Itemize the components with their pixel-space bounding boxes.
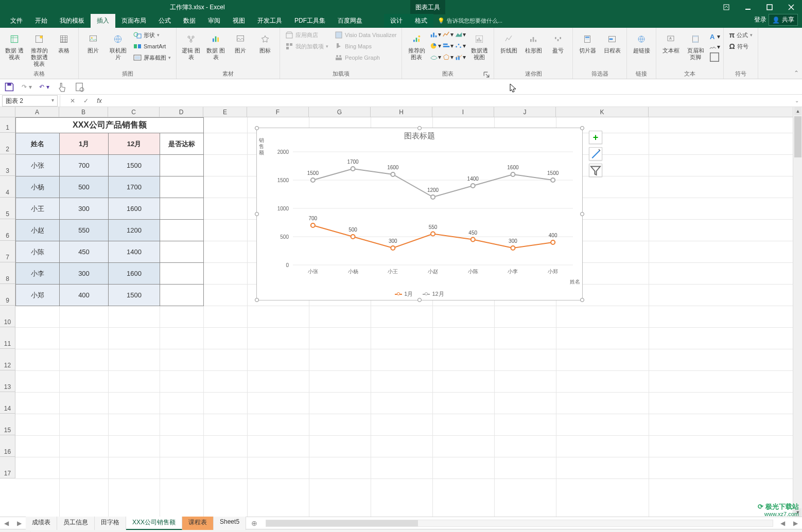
row-head-10[interactable]: 10 bbox=[0, 306, 15, 327]
hscroll-left-icon[interactable]: ◀ bbox=[776, 520, 789, 527]
material-icon-button[interactable]: 图标 bbox=[254, 30, 276, 55]
hyperlink-button[interactable]: 超链接 bbox=[630, 30, 653, 55]
sheet-tab[interactable]: 课程表 bbox=[182, 516, 214, 530]
row-head-2[interactable]: 2 bbox=[0, 133, 15, 154]
tab-chart-format[interactable]: 格式 bbox=[409, 14, 433, 28]
sparkline-line-button[interactable]: 折线图 bbox=[497, 30, 520, 55]
sheet-nav-prev-icon[interactable]: ◀ bbox=[0, 520, 13, 527]
material-picture-button[interactable]: 图片 bbox=[229, 30, 252, 55]
col-head-E[interactable]: E bbox=[203, 107, 247, 117]
tab-pagelayout[interactable]: 页面布局 bbox=[115, 14, 152, 28]
vertical-scrollbar[interactable]: ▲ ▼ bbox=[793, 107, 802, 517]
row-head-1[interactable]: 1 bbox=[0, 117, 15, 133]
chart-line-icon[interactable]: ▾ bbox=[442, 30, 454, 39]
charts-dialog-launcher-icon[interactable] bbox=[483, 72, 490, 78]
worksheet-grid[interactable]: ABCDEFGHIJK 1234567891011121314151617 XX… bbox=[0, 107, 802, 517]
tab-baidu[interactable]: 百度网盘 bbox=[332, 14, 369, 28]
tab-review[interactable]: 审阅 bbox=[202, 14, 226, 28]
chart-legend[interactable]: 1月 12月 bbox=[257, 290, 582, 298]
col-head-B[interactable]: B bbox=[59, 107, 108, 117]
redo-icon[interactable]: ↷ ▾ bbox=[22, 82, 32, 92]
object-icon[interactable] bbox=[709, 52, 720, 62]
screenshot-button[interactable]: 屏幕截图 ▾ bbox=[131, 52, 173, 63]
collapse-ribbon-icon[interactable]: ⌃ bbox=[794, 69, 799, 77]
signature-icon[interactable]: ▾ bbox=[709, 42, 720, 51]
data-chart-button[interactable]: 数据 图表 bbox=[204, 30, 227, 62]
fx-icon[interactable]: fx bbox=[93, 97, 106, 104]
row-head-17[interactable]: 17 bbox=[0, 457, 15, 478]
bing-button[interactable]: Bing Maps bbox=[333, 41, 398, 51]
store-button[interactable]: 应用商店 bbox=[283, 30, 330, 40]
tab-view[interactable]: 视图 bbox=[226, 14, 251, 28]
tab-pdf[interactable]: PDF工具集 bbox=[288, 14, 332, 28]
row-head-7[interactable]: 7 bbox=[0, 241, 15, 262]
share-button[interactable]: 👤共享 bbox=[769, 14, 798, 26]
people-graph-button[interactable]: People Graph bbox=[333, 52, 398, 63]
row-head-6[interactable]: 6 bbox=[0, 219, 15, 241]
chart-pie-icon[interactable]: ▾ bbox=[430, 41, 441, 50]
chart-surface-icon[interactable]: ▾ bbox=[430, 52, 441, 62]
row-head-4[interactable]: 4 bbox=[0, 176, 15, 198]
col-head-G[interactable]: G bbox=[309, 107, 371, 117]
print-preview-icon[interactable] bbox=[74, 82, 84, 92]
embedded-chart[interactable]: 图表标题 销售额 姓名 0500100015002000小张小杨小王小赵小陈小李… bbox=[256, 128, 583, 300]
tab-data[interactable]: 数据 bbox=[177, 14, 202, 28]
chart-radar-icon[interactable]: ▾ bbox=[442, 52, 454, 62]
row-head-15[interactable]: 15 bbox=[0, 414, 15, 435]
chart-elements-button[interactable]: + bbox=[589, 131, 602, 144]
visio-button[interactable]: Visio Data Visualizer bbox=[333, 30, 398, 40]
chart-scatter-icon[interactable]: ▾ bbox=[455, 41, 466, 50]
row-head-13[interactable]: 13 bbox=[0, 370, 15, 392]
chart-combo-icon[interactable]: ▾ bbox=[455, 52, 466, 62]
col-head-C[interactable]: C bbox=[108, 107, 160, 117]
formula-input[interactable] bbox=[106, 95, 792, 107]
col-head-K[interactable]: K bbox=[556, 107, 649, 117]
row-head-8[interactable]: 8 bbox=[0, 262, 15, 284]
sparkline-winloss-button[interactable]: 盈亏 bbox=[547, 30, 569, 55]
sheet-tab[interactable]: Sheet5 bbox=[214, 516, 246, 530]
tab-chart-design[interactable]: 设计 bbox=[384, 14, 409, 28]
timeline-button[interactable]: 日程表 bbox=[601, 30, 623, 55]
col-head-J[interactable]: J bbox=[494, 107, 556, 117]
chart-filter-button[interactable] bbox=[589, 164, 602, 177]
slicer-button[interactable]: 切片器 bbox=[576, 30, 599, 55]
tab-formulas[interactable]: 公式 bbox=[152, 14, 177, 28]
hscroll-right-icon[interactable]: ▶ bbox=[789, 520, 802, 527]
col-head-I[interactable]: I bbox=[432, 107, 494, 117]
tab-file[interactable]: 文件 bbox=[4, 14, 29, 28]
add-sheet-button[interactable]: ⊕ bbox=[246, 519, 263, 527]
chart-bar-icon[interactable]: ▾ bbox=[442, 41, 454, 50]
textbox-button[interactable]: A文本框 bbox=[659, 30, 682, 55]
online-pictures-button[interactable]: 联机图片 bbox=[107, 30, 129, 62]
login-link[interactable]: 登录 bbox=[754, 15, 766, 24]
col-head-F[interactable]: F bbox=[247, 107, 309, 117]
symbol-button[interactable]: Ω 符号 bbox=[727, 41, 755, 51]
row-head-14[interactable]: 14 bbox=[0, 392, 15, 414]
tab-home[interactable]: 开始 bbox=[29, 14, 54, 28]
pivot-chart-button[interactable]: 数据透视图 bbox=[468, 30, 491, 62]
maximize-icon[interactable] bbox=[759, 0, 780, 14]
tab-mytemplates[interactable]: 我的模板 bbox=[54, 14, 91, 28]
chart-styles-button[interactable] bbox=[589, 147, 602, 161]
col-head-D[interactable]: D bbox=[160, 107, 203, 117]
select-all-triangle[interactable] bbox=[0, 107, 15, 117]
recommended-charts-button[interactable]: 推荐的 图表 bbox=[405, 30, 428, 62]
smartart-button[interactable]: SmartArt bbox=[131, 41, 173, 51]
sheet-nav-next-icon[interactable]: ▶ bbox=[13, 520, 26, 527]
minimize-icon[interactable] bbox=[737, 0, 759, 14]
sparkline-column-button[interactable]: 柱形图 bbox=[522, 30, 545, 55]
cancel-formula-icon[interactable]: ✕ bbox=[66, 97, 79, 104]
myaddins-button[interactable]: 我的加载项 ▾ bbox=[283, 41, 330, 51]
logic-chart-button[interactable]: 逻辑 图表 bbox=[180, 30, 202, 62]
ribbon-options-icon[interactable] bbox=[716, 0, 737, 14]
row-head-16[interactable]: 16 bbox=[0, 435, 15, 457]
sheet-tab[interactable]: 成绩表 bbox=[26, 516, 57, 530]
equation-button[interactable]: π 公式 ▾ bbox=[727, 30, 755, 40]
table-button[interactable]: 表格 bbox=[53, 30, 75, 55]
expand-formula-icon[interactable]: ⌄ bbox=[792, 98, 802, 103]
chart-plot-area[interactable]: 0500100015002000小张小杨小王小赵小陈小李小郑7005003005… bbox=[257, 128, 583, 301]
col-head-H[interactable]: H bbox=[371, 107, 432, 117]
tab-developer[interactable]: 开发工具 bbox=[251, 14, 288, 28]
row-head-5[interactable]: 5 bbox=[0, 198, 15, 219]
sheet-tab[interactable]: 田字格 bbox=[95, 516, 126, 530]
